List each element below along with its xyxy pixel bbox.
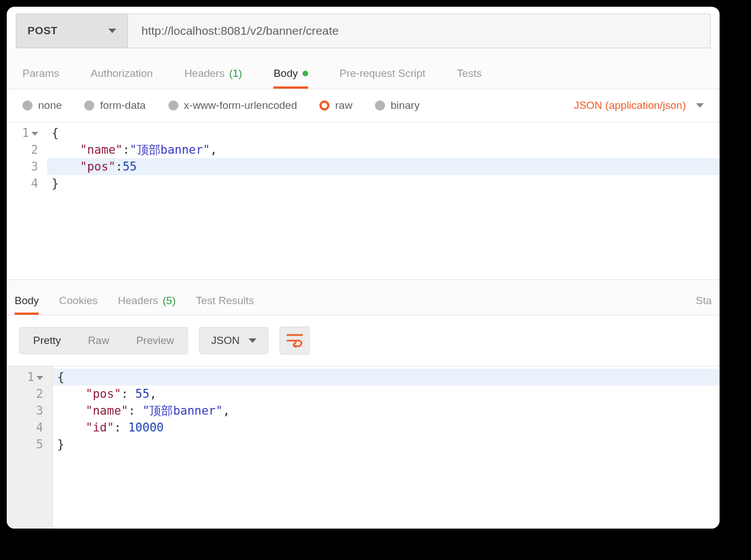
response-headers-count: (5) bbox=[163, 295, 176, 307]
request-address-bar: POST http://localhost:8081/v2/banner/cre… bbox=[7, 7, 720, 48]
line-gutter: 12345 bbox=[7, 366, 53, 529]
radio-icon bbox=[22, 100, 33, 111]
chevron-down-icon bbox=[108, 29, 116, 33]
line-gutter: 1234 bbox=[7, 122, 47, 279]
body-type-form-data[interactable]: form-data bbox=[84, 99, 145, 112]
radio-icon bbox=[168, 100, 178, 111]
response-tab-cookies[interactable]: Cookies bbox=[59, 295, 98, 315]
view-preview-button[interactable]: Preview bbox=[123, 328, 188, 354]
response-toolbar: Pretty Raw Preview JSON bbox=[7, 315, 720, 366]
radio-icon bbox=[375, 100, 385, 111]
body-type-binary[interactable]: binary bbox=[375, 99, 420, 112]
word-wrap-button[interactable] bbox=[280, 327, 310, 355]
tab-prerequest[interactable]: Pre-request Script bbox=[340, 67, 425, 89]
view-pretty-button[interactable]: Pretty bbox=[20, 328, 75, 354]
response-tab-headers[interactable]: Headers (5) bbox=[118, 295, 176, 315]
tab-headers[interactable]: Headers (1) bbox=[184, 67, 242, 89]
response-tab-test-results[interactable]: Test Results bbox=[196, 295, 254, 315]
radio-icon bbox=[84, 100, 94, 111]
http-method-value: POST bbox=[28, 25, 58, 37]
response-lang-select[interactable]: JSON bbox=[199, 327, 268, 354]
response-tab-body[interactable]: Body bbox=[15, 295, 39, 315]
response-body-viewer[interactable]: 12345 { "pos": 55, "name": "顶部banner", "… bbox=[7, 366, 720, 529]
tab-authorization[interactable]: Authorization bbox=[90, 67, 153, 89]
url-input[interactable]: http://localhost:8081/v2/banner/create bbox=[128, 13, 711, 48]
response-tabstrip: Body Cookies Headers (5) Test Results St… bbox=[7, 279, 720, 315]
chevron-down-icon bbox=[249, 338, 257, 343]
tab-tests[interactable]: Tests bbox=[457, 67, 482, 89]
chevron-down-icon bbox=[696, 103, 704, 108]
body-type-row: none form-data x-www-form-urlencoded raw… bbox=[7, 89, 720, 122]
body-type-raw[interactable]: raw bbox=[319, 99, 352, 112]
response-view-segment: Pretty Raw Preview bbox=[19, 327, 188, 354]
body-type-urlencoded[interactable]: x-www-form-urlencoded bbox=[168, 99, 297, 112]
body-modified-dot-icon bbox=[303, 71, 308, 76]
radio-icon bbox=[319, 100, 329, 111]
http-method-select[interactable]: POST bbox=[16, 13, 128, 48]
code-content: { "pos": 55, "name": "顶部banner", "id": 1… bbox=[53, 366, 720, 529]
request-body-editor[interactable]: 1234 { "name":"顶部banner", "pos":55} bbox=[7, 122, 720, 279]
request-tabstrip: Params Authorization Headers (1) Body Pr… bbox=[7, 48, 720, 89]
body-type-none[interactable]: none bbox=[22, 99, 62, 112]
tab-params[interactable]: Params bbox=[22, 67, 59, 89]
content-type-select[interactable]: JSON (application/json) bbox=[574, 99, 704, 112]
word-wrap-icon bbox=[286, 333, 303, 348]
view-raw-button[interactable]: Raw bbox=[75, 328, 123, 354]
tab-body[interactable]: Body bbox=[273, 67, 308, 89]
response-status: Sta bbox=[695, 295, 712, 315]
headers-count: (1) bbox=[229, 67, 242, 80]
app-window: POST http://localhost:8081/v2/banner/cre… bbox=[7, 7, 720, 529]
code-content[interactable]: { "name":"顶部banner", "pos":55} bbox=[47, 122, 720, 279]
